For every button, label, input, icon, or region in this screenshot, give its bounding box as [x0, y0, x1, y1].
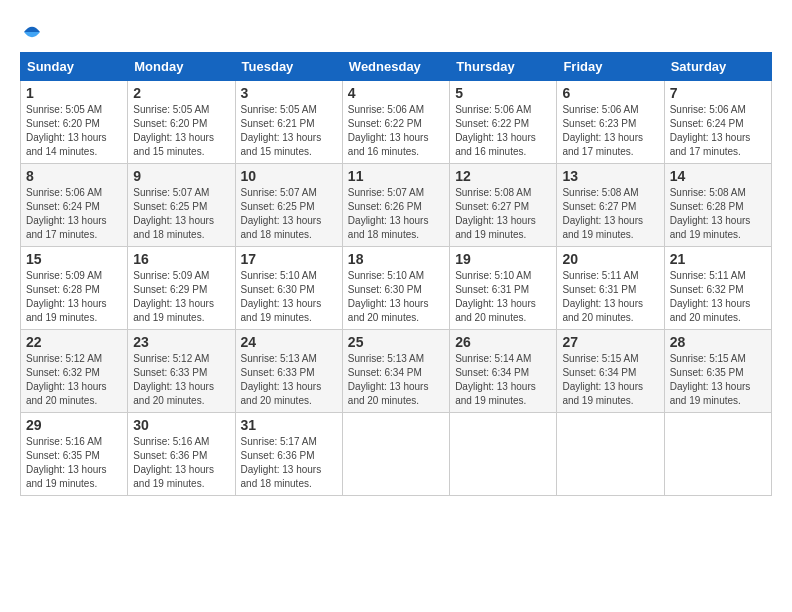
day-header-thursday: Thursday — [450, 53, 557, 81]
calendar-cell: 23Sunrise: 5:12 AMSunset: 6:33 PMDayligh… — [128, 330, 235, 413]
calendar-cell: 28Sunrise: 5:15 AMSunset: 6:35 PMDayligh… — [664, 330, 771, 413]
day-info: Sunrise: 5:11 AMSunset: 6:31 PMDaylight:… — [562, 269, 658, 325]
calendar-cell — [450, 413, 557, 496]
day-number: 28 — [670, 334, 766, 350]
day-number: 5 — [455, 85, 551, 101]
calendar-week-row: 8Sunrise: 5:06 AMSunset: 6:24 PMDaylight… — [21, 164, 772, 247]
calendar-cell: 13Sunrise: 5:08 AMSunset: 6:27 PMDayligh… — [557, 164, 664, 247]
day-info: Sunrise: 5:12 AMSunset: 6:33 PMDaylight:… — [133, 352, 229, 408]
calendar-cell: 7Sunrise: 5:06 AMSunset: 6:24 PMDaylight… — [664, 81, 771, 164]
day-info: Sunrise: 5:13 AMSunset: 6:34 PMDaylight:… — [348, 352, 444, 408]
day-number: 20 — [562, 251, 658, 267]
day-info: Sunrise: 5:06 AMSunset: 6:24 PMDaylight:… — [670, 103, 766, 159]
day-info: Sunrise: 5:05 AMSunset: 6:20 PMDaylight:… — [26, 103, 122, 159]
calendar-cell: 19Sunrise: 5:10 AMSunset: 6:31 PMDayligh… — [450, 247, 557, 330]
day-info: Sunrise: 5:10 AMSunset: 6:30 PMDaylight:… — [241, 269, 337, 325]
day-info: Sunrise: 5:14 AMSunset: 6:34 PMDaylight:… — [455, 352, 551, 408]
day-info: Sunrise: 5:05 AMSunset: 6:20 PMDaylight:… — [133, 103, 229, 159]
calendar-cell — [664, 413, 771, 496]
calendar-week-row: 15Sunrise: 5:09 AMSunset: 6:28 PMDayligh… — [21, 247, 772, 330]
day-number: 11 — [348, 168, 444, 184]
day-info: Sunrise: 5:06 AMSunset: 6:22 PMDaylight:… — [348, 103, 444, 159]
day-number: 7 — [670, 85, 766, 101]
day-header-tuesday: Tuesday — [235, 53, 342, 81]
day-info: Sunrise: 5:09 AMSunset: 6:28 PMDaylight:… — [26, 269, 122, 325]
day-info: Sunrise: 5:17 AMSunset: 6:36 PMDaylight:… — [241, 435, 337, 491]
calendar-cell: 20Sunrise: 5:11 AMSunset: 6:31 PMDayligh… — [557, 247, 664, 330]
day-info: Sunrise: 5:05 AMSunset: 6:21 PMDaylight:… — [241, 103, 337, 159]
day-header-saturday: Saturday — [664, 53, 771, 81]
calendar-cell — [342, 413, 449, 496]
calendar-cell: 12Sunrise: 5:08 AMSunset: 6:27 PMDayligh… — [450, 164, 557, 247]
page-header — [20, 20, 772, 44]
calendar-cell: 11Sunrise: 5:07 AMSunset: 6:26 PMDayligh… — [342, 164, 449, 247]
calendar-cell: 18Sunrise: 5:10 AMSunset: 6:30 PMDayligh… — [342, 247, 449, 330]
day-number: 19 — [455, 251, 551, 267]
day-number: 6 — [562, 85, 658, 101]
day-info: Sunrise: 5:08 AMSunset: 6:27 PMDaylight:… — [562, 186, 658, 242]
day-info: Sunrise: 5:10 AMSunset: 6:31 PMDaylight:… — [455, 269, 551, 325]
calendar-week-row: 1Sunrise: 5:05 AMSunset: 6:20 PMDaylight… — [21, 81, 772, 164]
day-number: 17 — [241, 251, 337, 267]
day-number: 29 — [26, 417, 122, 433]
day-number: 12 — [455, 168, 551, 184]
day-number: 25 — [348, 334, 444, 350]
day-number: 1 — [26, 85, 122, 101]
calendar-table: SundayMondayTuesdayWednesdayThursdayFrid… — [20, 52, 772, 496]
calendar-cell: 26Sunrise: 5:14 AMSunset: 6:34 PMDayligh… — [450, 330, 557, 413]
day-number: 16 — [133, 251, 229, 267]
calendar-cell: 4Sunrise: 5:06 AMSunset: 6:22 PMDaylight… — [342, 81, 449, 164]
day-number: 21 — [670, 251, 766, 267]
day-number: 22 — [26, 334, 122, 350]
day-header-sunday: Sunday — [21, 53, 128, 81]
day-header-wednesday: Wednesday — [342, 53, 449, 81]
calendar-cell: 27Sunrise: 5:15 AMSunset: 6:34 PMDayligh… — [557, 330, 664, 413]
day-header-friday: Friday — [557, 53, 664, 81]
day-number: 15 — [26, 251, 122, 267]
logo-icon — [20, 20, 44, 44]
day-info: Sunrise: 5:15 AMSunset: 6:34 PMDaylight:… — [562, 352, 658, 408]
calendar-cell: 6Sunrise: 5:06 AMSunset: 6:23 PMDaylight… — [557, 81, 664, 164]
day-info: Sunrise: 5:07 AMSunset: 6:25 PMDaylight:… — [133, 186, 229, 242]
calendar-cell: 17Sunrise: 5:10 AMSunset: 6:30 PMDayligh… — [235, 247, 342, 330]
day-info: Sunrise: 5:07 AMSunset: 6:26 PMDaylight:… — [348, 186, 444, 242]
calendar-cell: 16Sunrise: 5:09 AMSunset: 6:29 PMDayligh… — [128, 247, 235, 330]
day-number: 9 — [133, 168, 229, 184]
calendar-cell: 21Sunrise: 5:11 AMSunset: 6:32 PMDayligh… — [664, 247, 771, 330]
day-number: 2 — [133, 85, 229, 101]
calendar-cell: 30Sunrise: 5:16 AMSunset: 6:36 PMDayligh… — [128, 413, 235, 496]
calendar-week-row: 22Sunrise: 5:12 AMSunset: 6:32 PMDayligh… — [21, 330, 772, 413]
day-info: Sunrise: 5:08 AMSunset: 6:27 PMDaylight:… — [455, 186, 551, 242]
day-number: 23 — [133, 334, 229, 350]
day-info: Sunrise: 5:16 AMSunset: 6:36 PMDaylight:… — [133, 435, 229, 491]
day-info: Sunrise: 5:15 AMSunset: 6:35 PMDaylight:… — [670, 352, 766, 408]
calendar-cell: 24Sunrise: 5:13 AMSunset: 6:33 PMDayligh… — [235, 330, 342, 413]
day-number: 24 — [241, 334, 337, 350]
calendar-cell: 22Sunrise: 5:12 AMSunset: 6:32 PMDayligh… — [21, 330, 128, 413]
day-info: Sunrise: 5:16 AMSunset: 6:35 PMDaylight:… — [26, 435, 122, 491]
calendar-cell: 8Sunrise: 5:06 AMSunset: 6:24 PMDaylight… — [21, 164, 128, 247]
calendar-cell: 10Sunrise: 5:07 AMSunset: 6:25 PMDayligh… — [235, 164, 342, 247]
day-info: Sunrise: 5:09 AMSunset: 6:29 PMDaylight:… — [133, 269, 229, 325]
calendar-cell: 29Sunrise: 5:16 AMSunset: 6:35 PMDayligh… — [21, 413, 128, 496]
calendar-week-row: 29Sunrise: 5:16 AMSunset: 6:35 PMDayligh… — [21, 413, 772, 496]
day-info: Sunrise: 5:07 AMSunset: 6:25 PMDaylight:… — [241, 186, 337, 242]
calendar-cell — [557, 413, 664, 496]
day-info: Sunrise: 5:10 AMSunset: 6:30 PMDaylight:… — [348, 269, 444, 325]
day-info: Sunrise: 5:11 AMSunset: 6:32 PMDaylight:… — [670, 269, 766, 325]
calendar-cell: 15Sunrise: 5:09 AMSunset: 6:28 PMDayligh… — [21, 247, 128, 330]
day-info: Sunrise: 5:06 AMSunset: 6:22 PMDaylight:… — [455, 103, 551, 159]
day-number: 10 — [241, 168, 337, 184]
calendar-cell: 14Sunrise: 5:08 AMSunset: 6:28 PMDayligh… — [664, 164, 771, 247]
day-number: 3 — [241, 85, 337, 101]
calendar-cell: 9Sunrise: 5:07 AMSunset: 6:25 PMDaylight… — [128, 164, 235, 247]
day-number: 14 — [670, 168, 766, 184]
calendar-header-row: SundayMondayTuesdayWednesdayThursdayFrid… — [21, 53, 772, 81]
day-header-monday: Monday — [128, 53, 235, 81]
calendar-cell: 3Sunrise: 5:05 AMSunset: 6:21 PMDaylight… — [235, 81, 342, 164]
day-number: 31 — [241, 417, 337, 433]
day-info: Sunrise: 5:06 AMSunset: 6:23 PMDaylight:… — [562, 103, 658, 159]
logo — [20, 20, 48, 44]
day-info: Sunrise: 5:13 AMSunset: 6:33 PMDaylight:… — [241, 352, 337, 408]
calendar-cell: 31Sunrise: 5:17 AMSunset: 6:36 PMDayligh… — [235, 413, 342, 496]
